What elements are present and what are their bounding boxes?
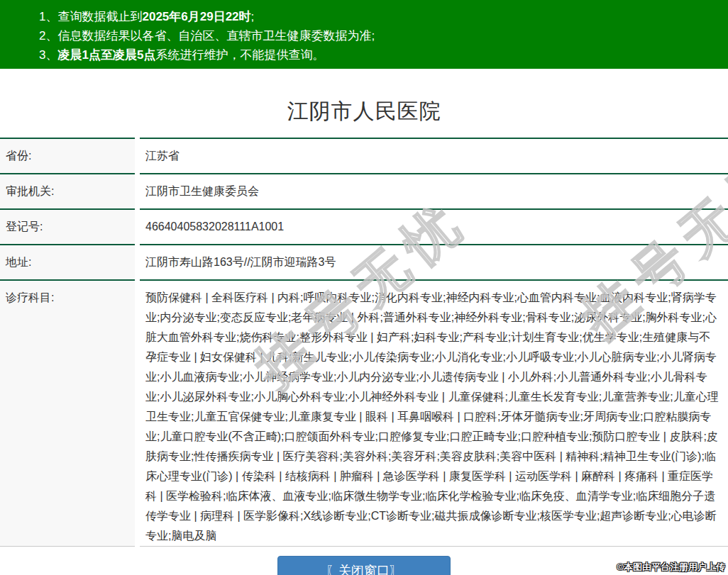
table-row-approval-authority: 审批机关: 江阴市卫生健康委员会 [0, 174, 728, 209]
row-label: 登记号: [0, 209, 138, 245]
row-value: 预防保健科 | 全科医疗科 | 内科;呼吸内科专业;消化内科专业;神经内科专业;… [138, 280, 728, 547]
row-value: 江苏省 [138, 138, 728, 174]
notice-number: 2、 [39, 29, 57, 43]
notice-text-bold: 2025年6月29日22时 [142, 10, 250, 23]
notice-line-3: 3、凌晨1点至凌晨5点系统进行维护，不能提供查询。 [39, 45, 721, 65]
notice-number: 1、 [39, 10, 57, 23]
table-row-registration-number: 登记号: 46640405832028111A1001 [0, 209, 728, 245]
row-value: 江阴市寿山路163号//江阴市迎瑞路3号 [138, 245, 728, 280]
table-row-departments: 诊疗科目: 预防保健科 | 全科医疗科 | 内科;呼吸内科专业;消化内科专业;神… [0, 280, 728, 547]
departments-text: 预防保健科 | 全科医疗科 | 内科;呼吸内科专业;消化内科专业;神经内科专业;… [145, 288, 719, 546]
row-label: 审批机关: [0, 174, 138, 209]
notice-number: 3、 [39, 48, 57, 62]
row-label: 地址: [0, 245, 138, 280]
close-window-button[interactable]: 〖关闭窗口〗 [277, 556, 451, 575]
row-value: 46640405832028111A1001 [138, 209, 728, 245]
notice-text-pre: 信息数据结果以各省、自治区、直辖市卫生健康委数据为准; [57, 29, 375, 43]
notice-bar: 1、查询数据截止到2025年6月29日22时; 2、信息数据结果以各省、自治区、… [0, 0, 728, 69]
page-title: 江阴市人民医院 [0, 69, 728, 126]
notice-line-2: 2、信息数据结果以各省、自治区、直辖市卫生健康委数据为准; [39, 26, 721, 45]
notice-text-pre: 查询数据截止到 [57, 10, 142, 23]
hospital-info-table: 省份: 江苏省 审批机关: 江阴市卫生健康委员会 登记号: 4664040583… [0, 138, 728, 547]
row-label: 省份: [0, 138, 138, 174]
notice-line-1: 1、查询数据截止到2025年6月29日22时; [39, 7, 721, 26]
row-label: 诊疗科目: [0, 280, 138, 547]
notice-text-post: ; [251, 10, 255, 23]
row-value: 江阴市卫生健康委员会 [138, 174, 728, 209]
notice-text-post: 系统进行维护，不能提供查询。 [155, 48, 324, 62]
table-row-province: 省份: 江苏省 [0, 138, 728, 174]
copyright-note: ©本图由平台注册用户上传 [617, 561, 725, 574]
table-row-address: 地址: 江阴市寿山路163号//江阴市迎瑞路3号 [0, 245, 728, 280]
notice-text-bold: 凌晨1点至凌晨5点 [57, 48, 155, 62]
